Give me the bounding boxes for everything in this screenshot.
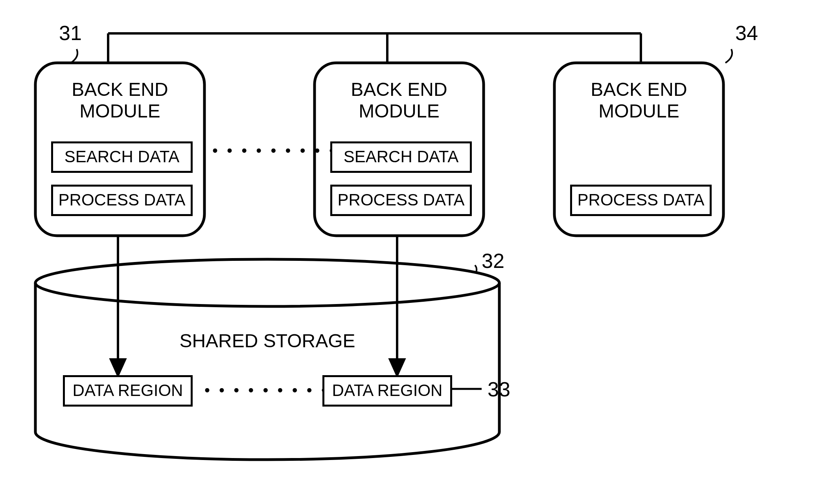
ref-31: 31	[59, 22, 82, 45]
ref-34: 34	[735, 22, 758, 45]
module-left-title: BACK END MODULE	[35, 79, 204, 122]
ref-33: 33	[488, 378, 510, 401]
module-left-process-box: PROCESS DATA	[51, 185, 193, 216]
ellipsis-regions: • • • • • • • • •	[204, 381, 307, 399]
module-middle-search-label: SEARCH DATA	[332, 147, 470, 166]
ref-32: 32	[482, 249, 504, 273]
data-region-right-label: DATA REGION	[324, 381, 450, 400]
module-right-title: BACK END MODULE	[554, 79, 723, 122]
module-left-search-box: SEARCH DATA	[51, 141, 193, 173]
module-right-process-box: PROCESS DATA	[570, 185, 712, 216]
data-region-left-label: DATA REGION	[65, 381, 191, 400]
module-middle-process-label: PROCESS DATA	[332, 191, 470, 209]
module-middle-search-box: SEARCH DATA	[330, 141, 472, 173]
svg-marker-14	[390, 359, 404, 375]
module-middle-title: BACK END MODULE	[315, 79, 484, 122]
storage-title: SHARED STORAGE	[35, 330, 499, 352]
module-left-search-label: SEARCH DATA	[53, 147, 191, 166]
module-right-process-label: PROCESS DATA	[572, 191, 710, 209]
data-region-left-box: DATA REGION	[63, 375, 193, 407]
module-middle-process-box: PROCESS DATA	[330, 185, 472, 216]
data-region-right-box: DATA REGION	[322, 375, 452, 407]
module-left-process-label: PROCESS DATA	[53, 191, 191, 209]
ellipsis-modules: • • • • • • • • •	[212, 141, 311, 159]
diagram-svg	[0, 0, 830, 504]
svg-point-10	[35, 259, 499, 306]
svg-marker-12	[111, 359, 125, 375]
